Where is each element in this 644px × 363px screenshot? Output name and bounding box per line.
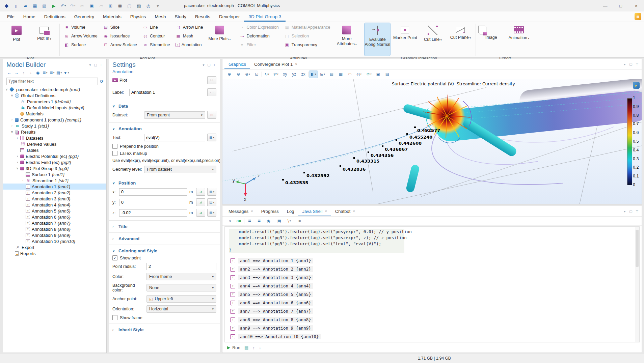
tree-item[interactable]: Surface 1 {surf1} bbox=[3, 171, 106, 177]
ribbon-tab[interactable]: Physics bbox=[126, 11, 151, 22]
ribbon-tab[interactable]: Definitions bbox=[40, 11, 70, 22]
show-values-icon[interactable]: a= bbox=[235, 218, 243, 225]
plot-button[interactable]: Plot bbox=[4, 23, 29, 56]
tree-item[interactable]: Tables bbox=[3, 147, 106, 153]
tree-item[interactable]: Reports bbox=[3, 250, 106, 256]
console-tab[interactable]: Progress bbox=[257, 206, 283, 216]
save-as-icon[interactable]: ▧ bbox=[41, 2, 48, 10]
add-plot-button[interactable]: Arrow Surface bbox=[101, 40, 139, 49]
section-coloring-style[interactable]: ∨Coloring and Style bbox=[109, 247, 220, 254]
close-tab-icon[interactable]: × bbox=[353, 209, 355, 213]
ribbon-tab[interactable]: Study bbox=[170, 11, 191, 22]
show-point-checkbox[interactable]: ✓ bbox=[112, 255, 117, 260]
position-y-input[interactable] bbox=[119, 199, 187, 206]
tree-item[interactable]: ∨ Global Definitions bbox=[3, 92, 106, 99]
delete-icon[interactable]: ⊠ bbox=[116, 2, 124, 10]
attribute-button[interactable]: Material Appearance bbox=[283, 23, 332, 31]
close-button[interactable]: × bbox=[628, 0, 644, 11]
expand-arrow-icon[interactable]: › bbox=[15, 161, 20, 164]
node-text-icon[interactable]: ▤ bbox=[56, 70, 62, 76]
plot-overlay-icon[interactable] bbox=[633, 82, 640, 89]
panel-menu-icon[interactable] bbox=[622, 61, 627, 67]
copy-icon[interactable]: ▣ bbox=[88, 2, 96, 10]
select-icon[interactable]: ◎ bbox=[355, 71, 363, 78]
tree-item[interactable]: ∨ 3D Plot Group 3 {pg3} bbox=[3, 165, 106, 171]
attribute-button[interactable]: Selection bbox=[283, 32, 332, 40]
prepend-position-checkbox[interactable] bbox=[112, 144, 117, 149]
view-zx-icon[interactable]: zx bbox=[299, 71, 307, 78]
panel-float-icon[interactable] bbox=[628, 61, 634, 67]
ribbon-tab[interactable]: Materials bbox=[99, 11, 126, 22]
panel-float-icon[interactable] bbox=[206, 62, 212, 67]
graphics-interaction-button[interactable]: Cut Line bbox=[420, 23, 446, 56]
position-z-input[interactable] bbox=[119, 209, 187, 217]
add-plot-button[interactable]: Isosurface bbox=[101, 32, 139, 40]
tree-item[interactable]: › Streamline 1 {str1} bbox=[3, 177, 106, 184]
console-tab[interactable]: Chatbot× bbox=[331, 206, 359, 216]
stop-icon[interactable]: ■ bbox=[295, 218, 304, 225]
tree-item[interactable]: Annotation 3 {ann3} bbox=[3, 196, 106, 202]
show-frame-checkbox[interactable] bbox=[112, 315, 117, 320]
close-tab-icon[interactable]: × bbox=[251, 209, 253, 213]
tree-item[interactable]: Materials bbox=[3, 111, 106, 117]
open-file-icon[interactable]: ▰ bbox=[22, 2, 29, 10]
label-input[interactable] bbox=[129, 89, 205, 96]
section-data[interactable]: ∨Data bbox=[109, 103, 220, 110]
graphics-tab[interactable]: Convergence Plot 1× bbox=[250, 59, 301, 69]
section-advanced[interactable]: ›Advanced bbox=[109, 235, 220, 242]
evaluate-along-normal-toggle-icon[interactable]: ◧ bbox=[309, 71, 318, 78]
tree-item[interactable]: Annotation 7 {ann7} bbox=[3, 220, 106, 226]
tree-item[interactable]: › Datasets bbox=[3, 135, 106, 141]
tree-item[interactable]: Annotation 10 {ann10} bbox=[3, 238, 106, 244]
tree-filter-input[interactable] bbox=[6, 78, 98, 85]
forward-icon[interactable]: → bbox=[14, 70, 20, 76]
copy-image-icon[interactable]: ▤ bbox=[327, 71, 336, 78]
go-to-default-view-icon[interactable]: ↻ bbox=[263, 71, 271, 78]
snapshot-icon[interactable]: ▣ bbox=[374, 71, 382, 78]
range-button[interactable]: ⊿ bbox=[196, 209, 205, 217]
undo-icon[interactable]: ↶ bbox=[59, 2, 67, 10]
dataset-dropdown[interactable]: From parent bbox=[144, 111, 205, 119]
back-icon[interactable]: ← bbox=[6, 70, 12, 76]
unit-menu-button[interactable]: ▤ bbox=[207, 188, 216, 196]
ribbon-tab[interactable]: Mesh bbox=[150, 11, 170, 22]
panel-float-icon[interactable] bbox=[628, 208, 634, 214]
graphics-canvas[interactable]: Surface: Electric potential (V) Streamli… bbox=[222, 79, 642, 204]
add-plot-button[interactable]: Arrow Volume bbox=[62, 32, 99, 40]
anchor-point-dropdown[interactable]: Upper left bbox=[146, 295, 216, 303]
close-tab-icon[interactable]: × bbox=[325, 209, 327, 213]
word-wrap-icon[interactable]: ▤ bbox=[275, 218, 284, 225]
panel-float-icon[interactable] bbox=[93, 62, 98, 67]
add-plot-button[interactable]: Line bbox=[141, 23, 172, 31]
console-tab[interactable]: Log bbox=[283, 206, 298, 216]
expand-arrow-icon[interactable]: › bbox=[21, 179, 25, 182]
section-annotation[interactable]: ∨Annotation bbox=[109, 125, 220, 132]
color-dropdown[interactable]: From theme bbox=[146, 273, 216, 280]
windows-layout-icon[interactable] bbox=[635, 13, 641, 20]
graphics-interaction-button[interactable]: Cut Plane bbox=[448, 23, 473, 56]
run-button[interactable]: Run bbox=[227, 345, 240, 350]
graphics-interaction-button[interactable]: Marker Point bbox=[392, 23, 418, 56]
move-up-icon[interactable]: ↑ bbox=[21, 70, 27, 76]
export-button[interactable]: Animation bbox=[506, 23, 532, 56]
console-tab[interactable]: Java Shell× bbox=[298, 206, 331, 216]
next-command-icon[interactable]: ↓ bbox=[259, 345, 261, 350]
ribbon-tab[interactable]: File bbox=[3, 11, 19, 22]
position-x-input[interactable] bbox=[119, 188, 187, 196]
expand-levels-icon[interactable]: ≣ bbox=[42, 70, 48, 76]
preview-icon[interactable]: ◎ bbox=[144, 2, 152, 10]
expand-arrow-icon[interactable]: › bbox=[10, 118, 14, 121]
tree-item[interactable]: Annotation 9 {ann9} bbox=[3, 232, 106, 238]
collapse-levels-icon[interactable]: ≣ bbox=[49, 70, 55, 76]
zoom-extents-icon[interactable]: ⊡ bbox=[252, 71, 261, 78]
expand-arrow-icon[interactable]: › bbox=[15, 155, 20, 158]
java-shell-output[interactable]: model.result("pg3").feature(tag).set("po… bbox=[224, 226, 640, 342]
show-output-icon[interactable]: ◉ bbox=[264, 218, 273, 225]
cut-icon[interactable]: ✂ bbox=[78, 2, 86, 10]
panel-menu-icon[interactable] bbox=[87, 62, 93, 67]
geometry-level-dropdown[interactable]: From dataset bbox=[144, 166, 216, 173]
ribbon-tab[interactable]: Geometry bbox=[70, 11, 99, 22]
zoom-in-icon[interactable]: ⊕ bbox=[225, 71, 234, 78]
attribute-button[interactable]: Transparency bbox=[283, 40, 332, 49]
ribbon-tab[interactable]: 3D Plot Group 3 bbox=[244, 11, 286, 22]
